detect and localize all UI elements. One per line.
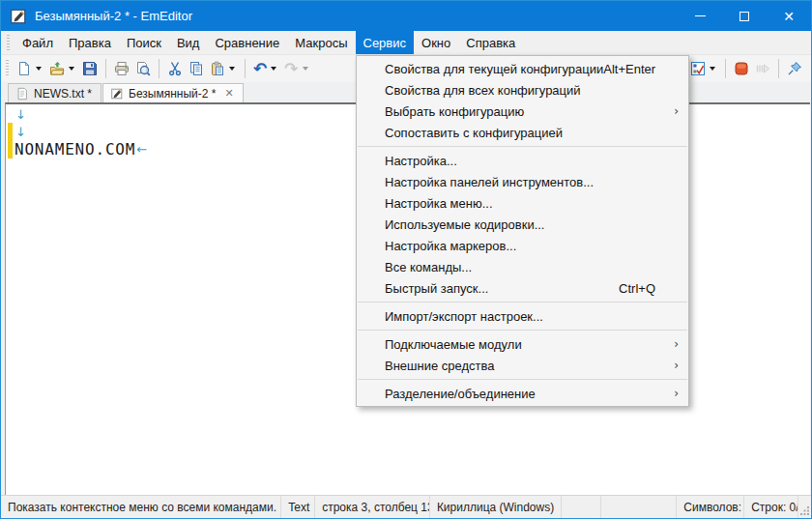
undo-button[interactable]: ↶ xyxy=(250,57,270,80)
menu-item-label: Настройка меню... xyxy=(385,196,669,211)
new-file-icon xyxy=(16,61,32,76)
paste-dropdown-caret-icon[interactable] xyxy=(229,67,235,71)
menu-item-label: Настройка панелей инструментов... xyxy=(385,175,669,189)
menu-item[interactable]: Внешние средства› xyxy=(357,355,688,376)
menu-item[interactable]: Свойства для текущей конфигурацииAlt+Ent… xyxy=(357,58,688,79)
menu-separator xyxy=(358,302,687,303)
print-button[interactable] xyxy=(111,57,132,80)
new-file-dropdown-caret-icon[interactable] xyxy=(36,67,42,71)
submenu-arrow-icon: › xyxy=(669,337,679,351)
cut-icon xyxy=(167,61,183,76)
modified-lines-bar xyxy=(8,123,13,159)
save-button[interactable] xyxy=(79,57,101,80)
copy-icon xyxy=(188,61,204,76)
submenu-arrow-icon: › xyxy=(669,359,679,372)
marks-toggle-dropdown-caret-icon[interactable] xyxy=(710,67,715,71)
submenu-arrow-icon: › xyxy=(669,387,679,400)
menu-bar: ФайлПравкаПоискВидСравнениеМакросыСервис… xyxy=(1,31,811,54)
maximize-button[interactable] xyxy=(722,1,767,31)
maximize-icon xyxy=(740,12,749,21)
resize-grip[interactable] xyxy=(798,496,811,518)
menu-item[interactable]: Подключаемые модули› xyxy=(357,333,688,355)
editor-line-text: NONAMENO.COM xyxy=(14,140,135,159)
redo-button: ↷ xyxy=(281,57,301,80)
menu-item-label: Все команды... xyxy=(385,260,669,274)
menu-separator xyxy=(358,146,687,147)
emeditor-window: Безымянный-2 * - EmEditor ✕ ФайлПравкаПо… xyxy=(0,0,812,519)
menu-item[interactable]: Используемые кодировки... xyxy=(357,214,688,235)
menubar-item-сервис[interactable]: Сервис xyxy=(356,31,415,54)
menu-item-shortcut: Ctrl+Q xyxy=(619,281,655,296)
cursor-position: строка 3, столбец 13 xyxy=(315,496,430,518)
menu-item-label: Разделение/объединение xyxy=(385,387,669,401)
copy-button[interactable] xyxy=(186,57,207,80)
marks-toggle-icon xyxy=(690,61,706,76)
title-bar: Безымянный-2 * - EmEditor ✕ xyxy=(1,1,811,31)
toolbar-separator xyxy=(778,59,779,78)
cut-button[interactable] xyxy=(164,57,186,80)
menubar-item-правка[interactable]: Правка xyxy=(61,31,119,54)
menubar-item-вид[interactable]: Вид xyxy=(169,31,208,54)
menu-item[interactable]: Разделение/объединение› xyxy=(357,383,688,404)
menubar-item-поиск[interactable]: Поиск xyxy=(119,31,169,54)
menu-item[interactable]: Быстрый запуск...Ctrl+Q xyxy=(357,277,688,299)
open-file-dropdown-caret-icon[interactable] xyxy=(69,67,74,71)
menu-item-label: Настройка... xyxy=(385,154,669,168)
menu-item[interactable]: Настройка панелей инструментов... xyxy=(357,171,688,192)
menu-item-label: Подключаемые модули xyxy=(385,337,669,352)
undo-dropdown-caret-icon[interactable] xyxy=(271,67,276,71)
menu-item[interactable]: Настройка маркеров... xyxy=(357,235,688,256)
menu-item[interactable]: Импорт/экспорт настроек... xyxy=(357,305,688,327)
submenu-arrow-icon: › xyxy=(669,104,679,118)
menu-item[interactable]: Все команды... xyxy=(357,256,688,277)
minimize-icon xyxy=(695,15,706,16)
tab-безымянный-2[interactable]: Безымянный-2 *✕ xyxy=(102,83,244,102)
redo-dropdown-caret-icon[interactable] xyxy=(303,67,308,71)
minimize-button[interactable] xyxy=(678,1,722,31)
record-macro-button[interactable] xyxy=(731,57,752,80)
undo-icon: ↶ xyxy=(253,61,267,77)
print-preview-button[interactable] xyxy=(132,57,154,80)
menubar-item-файл[interactable]: Файл xyxy=(14,31,61,54)
print-icon xyxy=(114,61,130,76)
new-file-button[interactable] xyxy=(14,57,35,80)
menu-item[interactable]: Выбрать конфигурацию› xyxy=(357,101,688,122)
text-file-icon xyxy=(15,87,29,101)
redo-icon: ↷ xyxy=(284,61,298,77)
char-count: Символов: 0 xyxy=(677,496,744,518)
close-icon: ✕ xyxy=(783,10,795,23)
toolbar-separator xyxy=(159,59,160,78)
tab-label: Безымянный-2 * xyxy=(129,87,216,101)
menubar-grip-handle[interactable] xyxy=(7,35,10,50)
tab-news.txt[interactable]: NEWS.txt * xyxy=(8,83,102,102)
paste-button[interactable] xyxy=(207,57,228,80)
menubar-item-сравнение[interactable]: Сравнение xyxy=(207,31,287,54)
menu-item[interactable]: Настройка меню... xyxy=(357,192,688,214)
status-hint: Показать контекстное меню со всеми коман… xyxy=(1,496,281,518)
spacer-1 xyxy=(562,496,602,518)
line-count: Строк: 0/3 xyxy=(744,496,798,518)
menu-item[interactable]: Свойства для всех конфигураций xyxy=(357,79,688,101)
menu-item-label: Импорт/экспорт настроек... xyxy=(385,309,669,324)
open-file-button[interactable] xyxy=(46,57,68,80)
menu-item-label: Используемые кодировки... xyxy=(385,217,669,232)
menubar-item-окно[interactable]: Окно xyxy=(414,31,458,54)
encoding: Кириллица (Windows) xyxy=(430,496,562,518)
status-bar: Показать контекстное меню со всеми коман… xyxy=(1,495,811,518)
marks-toggle-button[interactable] xyxy=(687,57,709,80)
record-macro-icon xyxy=(734,61,749,76)
menu-item-label: Сопоставить с конфигурацией xyxy=(385,126,669,140)
menu-item-label: Свойства для всех конфигураций xyxy=(385,83,669,98)
menu-item[interactable]: Сопоставить с конфигурацией xyxy=(357,122,688,143)
tab-close-icon[interactable]: ✕ xyxy=(224,88,233,99)
menu-item-label: Быстрый запуск... xyxy=(385,281,619,296)
run-macro-icon xyxy=(755,61,770,76)
pin-button[interactable] xyxy=(784,57,805,80)
print-preview-icon xyxy=(135,61,151,76)
paste-icon xyxy=(210,61,225,76)
toolbar-grip-handle[interactable] xyxy=(6,60,9,77)
menubar-item-справка[interactable]: Справка xyxy=(458,31,523,54)
close-button[interactable]: ✕ xyxy=(767,1,811,31)
menu-item[interactable]: Настройка... xyxy=(357,150,688,171)
menubar-item-макросы[interactable]: Макросы xyxy=(287,31,355,54)
